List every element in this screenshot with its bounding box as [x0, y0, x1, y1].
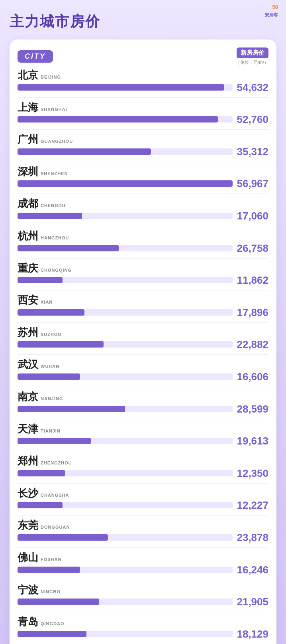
city-row: 佛山 FOSHAN 16,246 — [18, 552, 268, 577]
bar-price-row: 52,760 — [18, 114, 268, 124]
row-divider — [18, 483, 268, 484]
bar-price-row: 16,246 — [18, 565, 268, 575]
city-row: 武汉 WUHAN 16,606 — [18, 359, 268, 383]
city-en: GUANGZHOU — [41, 139, 73, 144]
bar-fill — [18, 534, 108, 541]
row-divider — [18, 162, 268, 162]
bar-price-row: 22,882 — [18, 339, 268, 350]
city-en: NINGBO — [41, 589, 61, 594]
row-divider — [18, 290, 268, 290]
city-en: BEIJING — [41, 75, 61, 79]
row-divider — [18, 129, 268, 130]
price-value: 17,060 — [237, 211, 268, 221]
city-zh: 广州 — [18, 134, 38, 145]
bar-price-row: 56,967 — [18, 178, 268, 189]
bar-container — [18, 438, 233, 444]
row-divider — [18, 97, 268, 98]
bar-fill — [18, 277, 63, 283]
city-name-line: 苏州 SUZHOU — [18, 327, 268, 338]
city-zh: 武汉 — [18, 359, 38, 370]
bar-fill — [18, 406, 125, 412]
bar-price-row: 26,758 — [18, 243, 268, 253]
city-name-line: 武汉 WUHAN — [18, 359, 268, 370]
city-zh: 上海 — [18, 102, 38, 113]
city-en: SHENZHEN — [41, 171, 68, 176]
city-zh: 郑州 — [18, 455, 38, 467]
price-value: 16,246 — [237, 565, 268, 575]
bar-fill — [18, 470, 65, 476]
bar-container — [18, 599, 233, 605]
bar-fill — [18, 309, 84, 316]
city-name-line: 杭州 HANGZHOU — [18, 230, 268, 242]
bar-container — [18, 631, 233, 637]
price-value: 54,632 — [237, 82, 268, 93]
city-list: 北京 BEIJING 54,632 上海 SHANGHAI 52,760 — [18, 69, 268, 644]
bar-fill — [18, 180, 233, 187]
main-card: CITY 新房房价 （单位：元/m²） 北京 BEIJING 54,632 上海… — [10, 40, 276, 644]
city-zh: 深圳 — [18, 166, 38, 178]
city-name-line: 重庆 CHONGQING — [18, 263, 268, 274]
bar-fill — [18, 148, 151, 155]
city-name-line: 长沙 CHANGSHA — [18, 488, 268, 499]
city-row: 上海 SHANGHAI 52,760 — [18, 102, 268, 126]
bar-fill — [18, 631, 86, 637]
city-en: CHENGDU — [41, 203, 66, 208]
city-name-line: 青岛 QINGDAO — [18, 616, 268, 628]
city-name-line: 佛山 FOSHAN — [18, 552, 268, 563]
city-name-line: 上海 SHANGHAI — [18, 102, 268, 113]
bar-fill — [18, 341, 104, 348]
bar-container — [18, 148, 233, 155]
bar-price-row: 28,599 — [18, 404, 268, 414]
bar-fill — [18, 245, 119, 251]
row-divider — [18, 580, 268, 580]
bar-container — [18, 470, 233, 476]
bar-fill — [18, 599, 99, 605]
bar-fill — [18, 502, 63, 508]
bar-fill — [18, 438, 91, 444]
city-row: 北京 BEIJING 54,632 — [18, 69, 268, 94]
bar-price-row: 12,350 — [18, 468, 268, 478]
city-zh: 西安 — [18, 294, 38, 306]
bar-container — [18, 116, 233, 122]
bar-container — [18, 277, 233, 283]
bar-price-row: 21,905 — [18, 597, 268, 607]
bar-container — [18, 502, 233, 508]
price-value: 11,862 — [237, 275, 268, 285]
city-row: 西安 XIAN 17,896 — [18, 294, 268, 319]
city-badge: CITY — [18, 50, 53, 63]
city-en: WUHAN — [41, 364, 59, 369]
city-en: SHANGHAI — [41, 107, 67, 112]
bar-container — [18, 213, 233, 219]
price-value: 28,599 — [237, 404, 268, 414]
city-name-line: 西安 XIAN — [18, 294, 268, 306]
price-value: 52,760 — [237, 114, 268, 124]
bar-fill — [18, 116, 218, 122]
city-en: HANGZHOU — [41, 235, 69, 240]
city-en: XIAN — [41, 300, 53, 304]
price-header-unit: （单位：元/m²） — [236, 59, 268, 65]
city-zh: 北京 — [18, 69, 38, 81]
price-value: 22,882 — [237, 339, 268, 350]
row-divider — [18, 226, 268, 226]
logo-58: 58 — [272, 4, 278, 10]
city-row: 东莞 DONGGUAN 23,878 — [18, 520, 268, 544]
city-name-line: 广州 GUANGZHOU — [18, 134, 268, 145]
city-en: NANJING — [41, 396, 63, 401]
city-row: 天津 TIANJIN 19,613 — [18, 423, 268, 448]
bar-price-row: 35,312 — [18, 146, 268, 157]
city-zh: 杭州 — [18, 230, 38, 242]
city-row: 深圳 SHENZHEN 56,967 — [18, 166, 268, 191]
row-divider — [18, 451, 268, 451]
city-zh: 成都 — [18, 198, 38, 209]
page-title: 主力城市房价 — [10, 12, 276, 32]
row-divider — [18, 547, 268, 548]
price-value: 12,227 — [237, 500, 268, 510]
city-zh: 佛山 — [18, 552, 38, 563]
price-value: 23,878 — [237, 532, 268, 543]
city-en: ZHENGZHOU — [41, 460, 72, 465]
price-header-label: 新房房价 — [237, 47, 268, 58]
bar-price-row: 17,060 — [18, 211, 268, 221]
city-row: 成都 CHENGDU 17,060 — [18, 198, 268, 223]
price-value: 35,312 — [237, 146, 268, 157]
city-en: QINGDAO — [41, 621, 65, 626]
